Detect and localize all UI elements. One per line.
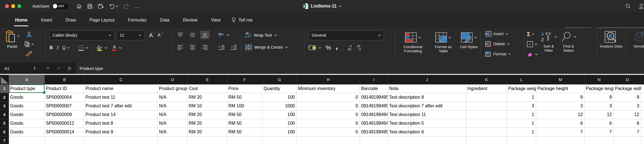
enter-entry-icon[interactable]: ✓ <box>57 65 61 71</box>
tab-data[interactable]: Data <box>153 12 176 28</box>
cell-O4[interactable]: 12 <box>614 110 641 119</box>
tab-view[interactable]: View <box>204 12 227 28</box>
cell-O5[interactable]: 6 <box>614 119 641 128</box>
cell-D3[interactable]: N/A <box>158 102 188 110</box>
cell-P1[interactable] <box>641 84 644 93</box>
tell-me-button[interactable]: Tell me <box>227 17 253 23</box>
cell-L1[interactable]: Package weight <box>507 84 536 93</box>
cell-G3[interactable]: 1000 <box>262 102 297 110</box>
cell-D1[interactable]: Product group <box>158 84 188 93</box>
font-name-select[interactable]: Calibri (Body) <box>49 30 114 40</box>
cell-O6[interactable]: 7 <box>614 128 641 136</box>
tab-insert[interactable]: Insert <box>34 12 59 28</box>
account-icon[interactable] <box>638 3 644 10</box>
merge-centre-menu-chevron[interactable] <box>285 46 288 48</box>
cell-L3[interactable]: 3 <box>507 102 536 110</box>
format-menu-chevron[interactable] <box>508 53 511 55</box>
conditional-formatting-chevron[interactable] <box>418 37 421 38</box>
cell-N1[interactable]: Package length <box>585 84 614 93</box>
borders-button[interactable] <box>78 45 88 51</box>
insert-cells-button[interactable]: Insert <box>485 30 524 38</box>
cell-F2[interactable]: RM 50 <box>227 93 262 102</box>
cell-M1[interactable]: Package height <box>536 84 585 93</box>
cell-E1[interactable]: Cost <box>188 84 227 93</box>
percent-style-button[interactable]: % <box>326 44 331 51</box>
cell-styles-button[interactable]: Cell Styles <box>459 30 479 63</box>
cell-I3[interactable]: 09149199495 <box>360 102 388 110</box>
minimize-window-button[interactable] <box>11 4 15 8</box>
cell-B7[interactable] <box>45 136 84 144</box>
format-as-table-chevron[interactable] <box>448 37 451 38</box>
cell-H1[interactable]: Minimum inventory <box>297 84 360 93</box>
cell-D2[interactable]: N/A <box>158 93 188 102</box>
cell-L2[interactable]: 1 <box>507 93 536 102</box>
copy-icon[interactable] <box>24 41 34 48</box>
cut-icon[interactable] <box>24 31 34 37</box>
wrap-text-button[interactable]: abc Wrap Text <box>245 30 288 40</box>
column-header-N[interactable]: N <box>585 75 614 84</box>
row-header-1[interactable]: 1 <box>0 84 9 93</box>
cell-F3[interactable]: RM 100 <box>227 102 262 110</box>
column-header-L[interactable]: L <box>507 75 536 84</box>
clear-button[interactable] <box>527 50 538 58</box>
cell-C4[interactable]: Product test 14 <box>84 110 158 119</box>
cell-I1[interactable]: Barcode <box>360 84 388 93</box>
tab-review[interactable]: Review <box>176 12 204 28</box>
cell-E6[interactable]: RM 20 <box>188 128 227 136</box>
cell-N2[interactable]: 9 <box>585 93 614 102</box>
cell-J3[interactable]: Test description 7 after edit <box>388 102 466 110</box>
zoom-window-button[interactable] <box>17 4 21 8</box>
cell-G7[interactable] <box>262 136 297 144</box>
sort-filter-button[interactable]: AZ Sort & Filter <box>540 30 557 63</box>
cell-A6[interactable]: Goods <box>9 128 45 136</box>
cell-F6[interactable]: RM 50 <box>227 128 262 136</box>
underline-menu-chevron[interactable] <box>67 47 70 49</box>
formula-input[interactable]: Product type <box>77 63 644 74</box>
cell-J5[interactable]: Test description 5 <box>388 119 466 128</box>
cell-M7[interactable] <box>536 136 585 144</box>
cell-N3[interactable]: 3 <box>585 102 614 110</box>
cell-L7[interactable] <box>507 136 536 144</box>
cell-F4[interactable]: RM 50 <box>227 110 262 119</box>
cell-A2[interactable]: Goods <box>9 93 45 102</box>
cell-N6[interactable]: 7 <box>585 128 614 136</box>
cell-B6[interactable]: SP000000014 <box>45 128 84 136</box>
merge-centre-button[interactable]: Merge & Centre <box>245 42 288 52</box>
fill-color-menu-chevron[interactable] <box>105 47 107 49</box>
delete-cells-button[interactable]: Delete <box>485 40 524 48</box>
row-header-7[interactable]: 7 <box>0 136 9 144</box>
save-icon[interactable] <box>87 3 93 9</box>
cell-O3[interactable]: 3 <box>614 102 641 110</box>
name-box[interactable]: A1 ▲▼ <box>0 66 38 71</box>
row-header-3[interactable]: 3 <box>0 102 9 110</box>
cell-F1[interactable]: Price <box>227 84 262 93</box>
cell-L4[interactable]: 1 <box>507 110 536 119</box>
name-box-spinner[interactable]: ▲▼ <box>34 66 36 70</box>
row-header-2[interactable]: 2 <box>0 93 9 102</box>
grow-font-button[interactable]: A^ <box>149 32 155 39</box>
format-as-table-button[interactable]: Format as Table <box>431 30 456 63</box>
align-center-button[interactable] <box>188 43 197 51</box>
cell-I6[interactable]: 09149199495 <box>360 128 388 136</box>
clear-menu-chevron[interactable] <box>535 53 538 55</box>
borders-menu-chevron[interactable] <box>86 47 88 49</box>
redo-icon[interactable] <box>123 3 129 9</box>
cell-H5[interactable]: 0 <box>297 119 360 128</box>
cell-B1[interactable]: Product ID <box>45 84 84 93</box>
cell-P7[interactable] <box>641 136 644 144</box>
row-header-5[interactable]: 5 <box>0 119 9 128</box>
cell-D6[interactable]: N/A <box>158 128 188 136</box>
accounting-menu-chevron[interactable] <box>318 47 321 49</box>
select-all-corner[interactable] <box>0 75 9 84</box>
cell-D7[interactable] <box>158 136 188 144</box>
font-size-select[interactable]: 12 <box>117 30 145 40</box>
align-top-button[interactable] <box>176 31 185 39</box>
cell-styles-chevron[interactable] <box>474 37 477 38</box>
column-header-I[interactable]: I <box>360 75 388 84</box>
cell-N5[interactable]: 6 <box>585 119 614 128</box>
increase-decimal-button[interactable]: .00 →0 <box>356 45 361 51</box>
cell-J2[interactable]: Test description 8 <box>388 93 466 102</box>
document-title[interactable]: ListItems-11 <box>311 4 337 9</box>
column-header-E[interactable]: E <box>188 75 227 84</box>
font-color-button[interactable]: A <box>111 44 122 51</box>
